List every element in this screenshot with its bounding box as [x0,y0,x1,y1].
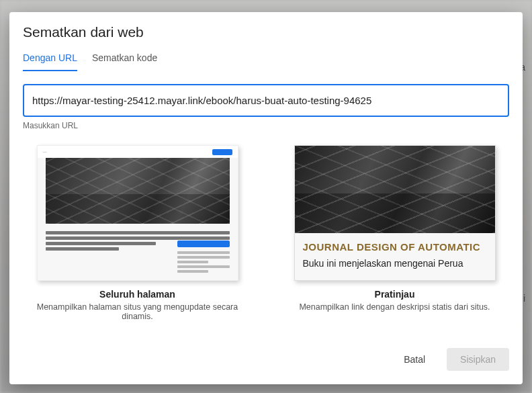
mini-cta-button [177,241,230,247]
mini-side-panel [177,241,230,275]
tabs: Dengan URL Sematkan kode [9,52,523,72]
mini-text-line [46,242,156,245]
modal-footer: Batal Sisipkan [9,339,523,384]
insert-button[interactable]: Sisipkan [447,348,509,371]
preview-hero-struct [295,146,495,233]
mini-side-line [177,261,209,263]
modal-body: Masukkan URL — [9,72,523,339]
url-input[interactable] [23,84,509,117]
preview-card-desc: Buku ini menjelaskan mengenai Perua [295,255,495,275]
mini-text-line [46,236,230,240]
mini-text-line [46,231,230,234]
mini-side-line [177,265,230,268]
option-whole-page[interactable]: — [23,145,252,321]
tab-by-url[interactable]: Dengan URL [23,52,77,71]
embed-options: — [23,145,509,321]
option-preview-title: Pratinjau [375,289,415,300]
url-hint: Masukkan URL [23,121,509,130]
embed-from-web-modal: Sematkan dari web Dengan URL Sematkan ko… [9,12,523,384]
thumb-preview: JOURNAL DESIGN OF AUTOMATIC Buku ini men… [294,145,496,281]
mini-top-button [212,149,232,155]
mini-logo: — [43,150,47,154]
tab-embed-code[interactable]: Sematkan kode [92,52,157,71]
thumb-whole-page: — [37,145,238,281]
option-whole-page-desc: Menampilkan halaman situs yang mengupdat… [23,302,252,321]
option-preview-desc: Menampilkan link dengan deskripsi statis… [299,302,490,312]
preview-card-title: JOURNAL DESIGN OF AUTOMATIC [295,233,495,255]
mini-text-line [46,247,120,251]
modal-header: Sematkan dari web [9,12,523,40]
preview-hero-image [295,146,495,233]
modal-title: Sematkan dari web [23,24,509,40]
option-whole-page-title: Seluruh halaman [99,289,175,300]
mini-hero-image [46,158,230,224]
mini-side-line [177,251,230,254]
mini-topbar: — [38,146,238,158]
mini-side-line [177,270,209,273]
option-preview[interactable]: JOURNAL DESIGN OF AUTOMATIC Buku ini men… [280,145,509,321]
mini-side-line [177,256,230,259]
cancel-button[interactable]: Batal [390,348,439,371]
mini-hero-struct [46,158,230,224]
